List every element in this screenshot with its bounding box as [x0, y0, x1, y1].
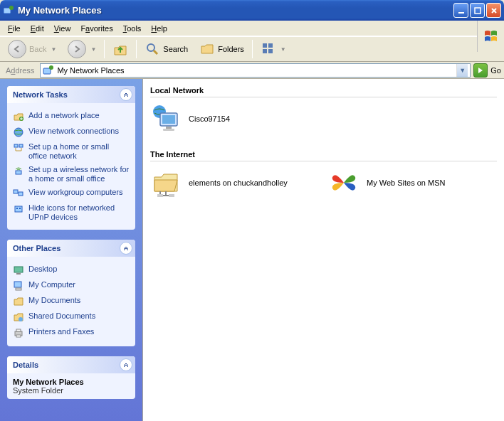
separator [136, 40, 137, 58]
chevron-down-icon: ▼ [51, 46, 56, 53]
task-add-network-place[interactable]: Add a network place [13, 109, 130, 124]
documents-icon [13, 296, 24, 307]
address-label: Address [3, 66, 37, 75]
chevron-down-icon: ▼ [90, 46, 96, 53]
task-label: Set up a wireless network for a home or … [28, 165, 130, 183]
separator [104, 40, 105, 58]
task-label: Set up a home or small office network [28, 142, 130, 161]
svg-rect-17 [19, 192, 23, 196]
details-type: System Folder [7, 386, 135, 399]
collapse-button[interactable] [120, 88, 132, 101]
task-hide-upnp[interactable]: Hide icons for networked UPnP devices [13, 201, 130, 224]
panel-header[interactable]: Other Places [7, 240, 135, 257]
forward-button[interactable]: ▼ [64, 38, 100, 60]
chevron-up-icon [123, 362, 129, 368]
shared-folder-icon [13, 311, 24, 323]
svg-rect-8 [268, 49, 273, 53]
computer-monitor-icon [150, 103, 182, 134]
menu-tools[interactable]: Tools [118, 23, 147, 34]
other-places-panel: Other Places Desktop My Computer My Docu… [7, 240, 135, 346]
svg-rect-21 [14, 267, 23, 272]
network-setup-icon [13, 142, 24, 154]
svg-point-4 [147, 44, 154, 51]
panel-title: Other Places [13, 244, 61, 252]
place-label: Shared Documents [28, 311, 95, 321]
details-name: My Network Places [7, 373, 135, 386]
svg-rect-14 [19, 144, 23, 147]
search-label: Search [163, 45, 188, 53]
menubar: File Edit View Favorites Tools Help [0, 21, 504, 36]
minimize-button[interactable] [453, 3, 468, 18]
place-printers[interactable]: Printers and Faxes [13, 325, 130, 341]
views-icon [261, 41, 276, 57]
up-button[interactable] [109, 39, 132, 59]
svg-rect-16 [14, 190, 18, 193]
item-row: elements on chuckandholley My Web Sites … [150, 167, 497, 198]
svg-rect-18 [15, 206, 22, 212]
svg-rect-28 [16, 335, 21, 337]
svg-rect-33 [163, 129, 174, 131]
content-pane: Local Network Cisco97154 The Internet [142, 79, 504, 421]
task-setup-network[interactable]: Set up a home or small office network [13, 140, 130, 163]
go-button[interactable] [473, 63, 488, 78]
chevron-up-icon [123, 245, 129, 251]
panel-title: Details [13, 361, 38, 369]
back-icon [8, 40, 26, 58]
svg-rect-34 [157, 194, 163, 197]
place-desktop[interactable]: Desktop [13, 262, 130, 278]
computer-icon [13, 280, 24, 292]
views-button[interactable]: ▼ [257, 39, 290, 59]
svg-rect-19 [16, 208, 18, 209]
chevron-down-icon: ▼ [280, 46, 286, 53]
menu-favorites[interactable]: Favorites [75, 23, 117, 34]
back-label: Back [29, 45, 46, 53]
go-label: Go [490, 66, 501, 75]
address-input[interactable]: My Network Places ▼ [40, 63, 471, 78]
svg-point-1 [9, 6, 14, 10]
place-my-computer[interactable]: My Computer [13, 278, 130, 294]
menu-view[interactable]: View [49, 23, 76, 34]
place-shared-documents[interactable]: Shared Documents [13, 309, 130, 325]
network-item-elements[interactable]: elements on chuckandholley [150, 167, 300, 198]
close-button[interactable] [486, 3, 501, 18]
panel-header[interactable]: Details [7, 356, 135, 373]
menu-edit[interactable]: Edit [26, 23, 49, 34]
place-my-documents[interactable]: My Documents [13, 294, 130, 309]
sidebar: Network Tasks Add a network place View n… [0, 79, 142, 421]
svg-rect-6 [268, 43, 273, 48]
svg-rect-3 [475, 8, 481, 14]
svg-rect-27 [16, 329, 21, 331]
item-label: My Web Sites on MSN [367, 178, 445, 187]
svg-rect-2 [458, 12, 464, 14]
window-title: My Network Places [18, 5, 453, 16]
svg-point-12 [14, 128, 23, 137]
back-button[interactable]: Back ▼ [4, 38, 60, 60]
task-setup-wireless[interactable]: Set up a wireless network for a home or … [13, 163, 130, 186]
folders-button[interactable]: Folders [196, 39, 248, 59]
menu-help[interactable]: Help [146, 23, 172, 34]
wireless-icon [13, 165, 24, 176]
workgroup-icon [13, 188, 24, 199]
item-label: elements on chuckandholley [189, 178, 288, 187]
collapse-button[interactable] [120, 242, 132, 255]
search-button[interactable]: Search [141, 39, 191, 59]
upnp-icon [13, 203, 24, 215]
item-row: Cisco97154 [150, 103, 497, 134]
search-icon [145, 41, 160, 57]
maximize-button[interactable] [470, 3, 485, 18]
item-label: Cisco97154 [189, 114, 230, 123]
network-item-msn[interactable]: My Web Sites on MSN [328, 167, 478, 198]
panel-header[interactable]: Network Tasks [7, 86, 135, 103]
collapse-button[interactable] [120, 358, 132, 371]
task-workgroup[interactable]: View workgroup computers [13, 186, 130, 201]
svg-rect-22 [16, 273, 21, 275]
menu-file[interactable]: File [3, 23, 26, 34]
task-view-connections[interactable]: View network connections [13, 124, 130, 140]
main-area: Network Tasks Add a network place View n… [0, 79, 504, 421]
window-controls [453, 3, 501, 18]
globe-icon [13, 127, 24, 138]
address-dropdown[interactable]: ▼ [456, 64, 468, 77]
network-item-cisco[interactable]: Cisco97154 [150, 103, 300, 134]
msn-butterfly-icon [328, 167, 359, 198]
svg-rect-23 [14, 282, 21, 287]
